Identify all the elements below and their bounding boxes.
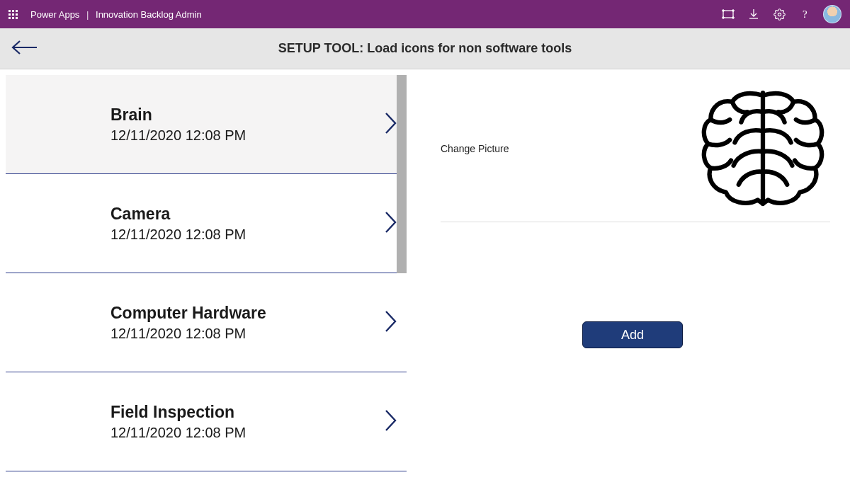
chevron-right-icon [384,111,398,138]
app-name: Innovation Backlog Admin [96,9,202,20]
list-item[interactable]: Camera12/11/2020 12:08 PM [6,174,407,273]
list-pane: Brain12/11/2020 12:08 PMCamera12/11/2020… [0,69,407,504]
list-item-title: Field Inspection [110,403,246,422]
svg-rect-0 [723,11,733,18]
list-item-date: 12/11/2020 12:08 PM [110,227,246,243]
sub-header: SETUP TOOL: Load icons for non software … [0,28,850,69]
change-picture-row: Change Picture [441,81,830,222]
avatar[interactable] [823,5,842,23]
detail-pane: Change Picture [407,69,850,504]
list-item-title: Brain [110,105,246,125]
chevron-right-icon [384,210,398,237]
product-name: Power Apps [30,9,79,20]
list-item-date: 12/11/2020 12:08 PM [110,127,246,144]
top-bar-title: Power Apps | Innovation Backlog Admin [30,9,202,20]
download-icon[interactable] [741,0,766,28]
svg-text:?: ? [803,8,808,20]
back-arrow-icon[interactable] [10,39,38,59]
brain-icon [699,86,827,210]
chevron-right-icon [384,408,398,435]
help-icon[interactable]: ? [792,0,817,28]
list-item[interactable]: Computer Hardware12/11/2020 12:08 PM [6,273,407,372]
svg-point-11 [778,13,781,16]
page-title: SETUP TOOL: Load icons for non software … [0,41,850,56]
chevron-right-icon [384,309,398,336]
scrollbar[interactable] [397,75,407,273]
list-item[interactable]: Brain12/11/2020 12:08 PM [6,75,407,174]
top-bar: Power Apps | Innovation Backlog Admin ? [0,0,850,28]
list-item[interactable]: Field Inspection12/11/2020 12:08 PM [6,372,407,471]
gear-icon[interactable] [766,0,792,28]
add-button[interactable]: Add [582,321,683,348]
list-item-title: Computer Hardware [110,304,266,323]
list-item-title: Camera [110,205,246,224]
fit-screen-icon[interactable] [715,0,741,28]
list-item-date: 12/11/2020 12:08 PM [110,326,266,342]
list-item-date: 12/11/2020 12:08 PM [110,425,246,441]
tool-icon-preview[interactable] [696,85,830,212]
change-picture-label: Change Picture [441,143,509,154]
app-launcher-icon[interactable] [8,10,18,19]
content-area: Brain12/11/2020 12:08 PMCamera12/11/2020… [0,69,850,504]
